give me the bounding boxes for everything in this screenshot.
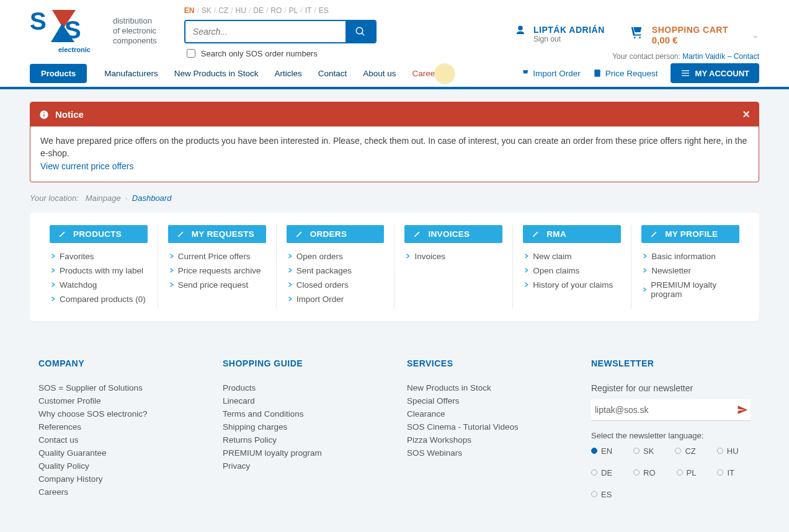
- nav-about-us[interactable]: About us: [363, 69, 396, 78]
- card-link[interactable]: Sent packages: [288, 266, 385, 275]
- cart-icon: [630, 25, 643, 38]
- footer-link[interactable]: SOS Webinars: [407, 448, 566, 458]
- my-account-button[interactable]: MY ACCOUNT: [671, 63, 759, 83]
- footer-company-title: COMPANY: [38, 358, 198, 368]
- nav-right: Import Order Price Request MY ACCOUNT: [520, 63, 759, 83]
- footer-link[interactable]: Privacy: [223, 461, 382, 471]
- card-link[interactable]: Price requests archive: [169, 266, 266, 275]
- nav-articles[interactable]: Articles: [274, 69, 301, 78]
- card-link[interactable]: Basic information: [643, 252, 739, 261]
- footer-link[interactable]: Shipping charges: [223, 422, 382, 432]
- main-nav: Products ManufacturersNew Products in St…: [0, 60, 789, 89]
- footer-guide-title: SHOPPING GUIDE: [223, 358, 382, 368]
- newsletter-lang-sk[interactable]: SK: [633, 446, 654, 456]
- notice-header: Notice ×: [30, 102, 759, 126]
- lang-es[interactable]: ES: [319, 6, 329, 15]
- search-order-only[interactable]: Search only SOS order numbers: [184, 47, 377, 60]
- newsletter-lang-ro[interactable]: RO: [633, 468, 656, 477]
- card-link[interactable]: Open claims: [524, 266, 621, 275]
- cart-block[interactable]: SHOPPING CART 0,00 € ⌄: [630, 25, 759, 45]
- footer-link[interactable]: Linecard: [223, 396, 382, 406]
- card-link[interactable]: Watchdog: [51, 280, 148, 290]
- footer-link[interactable]: Pizza Workshops: [407, 435, 566, 445]
- notice-link[interactable]: View current price offers: [40, 161, 749, 173]
- newsletter-lang-it[interactable]: IT: [717, 468, 734, 477]
- nav-career[interactable]: Career: [412, 69, 438, 78]
- footer-link[interactable]: PREMIUM loyalty program: [223, 448, 382, 458]
- card-link[interactable]: New claim: [524, 252, 621, 261]
- card-link[interactable]: Open orders: [288, 252, 385, 261]
- newsletter-lang-es[interactable]: ES: [591, 490, 612, 499]
- lang-it[interactable]: IT: [305, 6, 312, 15]
- nav-new-products-in-stock[interactable]: New Products in Stock: [174, 69, 259, 78]
- card-link[interactable]: Favorites: [51, 252, 148, 261]
- card-title: PRODUCTS: [50, 225, 148, 243]
- card-my-requests: MY REQUESTSCurrent Price offersPrice req…: [158, 225, 277, 309]
- svg-rect-12: [43, 113, 44, 117]
- card-title: MY REQUESTS: [168, 225, 266, 243]
- footer-link[interactable]: Customer Profile: [38, 396, 198, 406]
- card-link[interactable]: Invoices: [406, 252, 502, 261]
- notice-title: Notice: [55, 109, 84, 120]
- lang-cz[interactable]: CZ: [218, 6, 228, 15]
- notice-text: We have prepared price offers on the pro…: [40, 136, 747, 158]
- lang-en[interactable]: EN: [184, 6, 195, 15]
- footer-link[interactable]: Contact us: [38, 435, 198, 445]
- newsletter-email-input[interactable]: [594, 404, 737, 415]
- nav-manufacturers[interactable]: Manufacturers: [104, 69, 158, 78]
- card-title: MY PROFILE: [641, 225, 739, 243]
- logo[interactable]: S S electronic distribution of electroni…: [30, 6, 157, 56]
- products-button[interactable]: Products: [30, 64, 87, 83]
- footer-link[interactable]: Why choose SOS electronic?: [38, 409, 198, 419]
- send-icon[interactable]: [737, 404, 748, 415]
- card-link[interactable]: PREMIUM loyalty program: [643, 280, 739, 299]
- cart-small-icon: [520, 69, 529, 78]
- footer-link[interactable]: Quality Policy: [38, 461, 198, 471]
- lang-pl[interactable]: PL: [289, 6, 298, 15]
- search-input[interactable]: [185, 21, 345, 42]
- card-link[interactable]: Current Price offers: [169, 252, 266, 261]
- card-link[interactable]: Closed orders: [288, 280, 385, 290]
- card-link[interactable]: Products with my label: [51, 266, 148, 275]
- import-order-link[interactable]: Import Order: [520, 69, 581, 78]
- lang-de[interactable]: DE: [253, 6, 264, 15]
- footer-link[interactable]: Returns Policy: [223, 435, 382, 445]
- footer-link[interactable]: Careers: [38, 487, 198, 497]
- footer-link[interactable]: New Products in Stock: [407, 383, 566, 392]
- breadcrumb-main[interactable]: Mainpage: [86, 193, 121, 203]
- footer-link[interactable]: Products: [223, 383, 382, 392]
- card-title: RMA: [523, 225, 621, 243]
- svg-rect-13: [43, 112, 44, 113]
- footer-link[interactable]: SOS = Supplier of Solutions: [38, 383, 198, 392]
- footer-link[interactable]: Clearance: [407, 409, 566, 419]
- newsletter-lang-cz[interactable]: CZ: [675, 446, 695, 456]
- account-name[interactable]: LIPTÁK ADRIÁN: [533, 25, 605, 35]
- notice-close-icon[interactable]: ×: [742, 107, 750, 122]
- search-order-only-checkbox[interactable]: [187, 49, 195, 58]
- notice-body: We have prepared price offers on the pro…: [30, 126, 759, 182]
- card-link[interactable]: History of your claims: [524, 280, 621, 290]
- card-link[interactable]: Newsletter: [643, 266, 739, 275]
- search-button[interactable]: [345, 21, 375, 42]
- footer-link[interactable]: Company History: [38, 474, 198, 484]
- nav-contact[interactable]: Contact: [318, 69, 347, 78]
- card-link[interactable]: Send price request: [169, 280, 266, 290]
- card-link[interactable]: Compared products (0): [51, 295, 148, 304]
- footer-newsletter-title: NEWSLETTER: [591, 358, 751, 368]
- footer-link[interactable]: Quality Guarantee: [38, 448, 198, 458]
- price-request-link[interactable]: Price Request: [593, 69, 658, 78]
- footer-link[interactable]: SOS Cinema - Tutorial Videos: [407, 422, 566, 432]
- footer-link[interactable]: References: [38, 422, 198, 432]
- newsletter-lang-en[interactable]: EN: [591, 446, 612, 456]
- lang-sk[interactable]: SK: [202, 6, 212, 15]
- newsletter-lang-de[interactable]: DE: [591, 468, 612, 477]
- lang-hu[interactable]: HU: [236, 6, 246, 15]
- footer-link[interactable]: Terms and Conditions: [223, 409, 382, 419]
- card-link[interactable]: Import Order: [288, 295, 385, 304]
- footer-link[interactable]: Special Offers: [407, 396, 566, 406]
- calculator-icon: [593, 69, 602, 78]
- sign-out-link[interactable]: Sign out: [533, 35, 605, 43]
- lang-ro[interactable]: RO: [270, 6, 282, 15]
- newsletter-lang-pl[interactable]: PL: [677, 468, 697, 477]
- newsletter-lang-hu[interactable]: HU: [717, 446, 739, 456]
